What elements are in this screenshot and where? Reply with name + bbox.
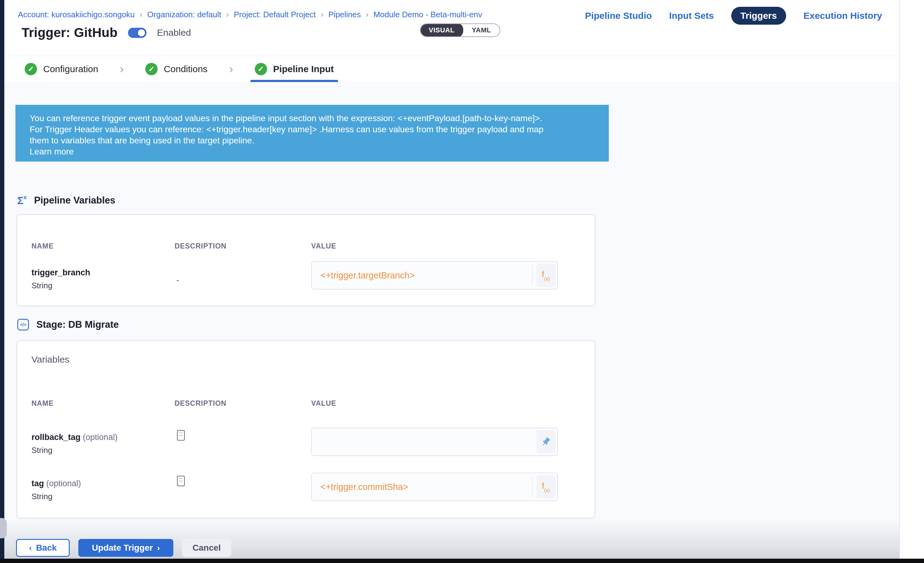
column-header-value: VALUE	[311, 242, 336, 250]
rail-handle[interactable]	[0, 518, 7, 538]
banner-line: You can reference trigger event payload …	[30, 113, 597, 124]
description-icon[interactable]	[177, 430, 185, 440]
back-button[interactable]: ‹ Back	[16, 539, 70, 557]
footer-actions: ‹ Back Update Trigger › Cancel	[16, 539, 231, 557]
optional-suffix: (optional)	[46, 479, 81, 488]
pipeline-nav: Pipeline Studio Input Sets Triggers Exec…	[585, 7, 882, 25]
info-banner: You can reference trigger event payload …	[15, 105, 609, 162]
learn-more-link[interactable]: Learn more	[30, 146, 597, 157]
column-header-description: DESCRIPTION	[174, 242, 226, 250]
variable-name: rollback_tag (optional)	[32, 433, 117, 442]
check-icon: ✓	[145, 63, 158, 75]
nav-pill-triggers[interactable]: Triggers	[731, 7, 786, 25]
fx-icon: f(x)	[542, 482, 550, 491]
tab-pipeline-input[interactable]: ✓ Pipeline Input	[250, 56, 338, 82]
content-right-border	[899, 0, 900, 559]
breadcrumb-separator: ›	[140, 10, 142, 19]
section-heading-label: Pipeline Variables	[34, 195, 116, 206]
variable-name: trigger_branch	[32, 268, 90, 277]
check-icon: ✓	[255, 63, 267, 75]
page-title: Trigger: GitHub	[22, 25, 117, 40]
variable-name: tag (optional)	[32, 479, 81, 488]
cancel-button[interactable]: Cancel	[182, 539, 231, 557]
nav-link-execution-history[interactable]: Execution History	[803, 10, 882, 21]
value-field[interactable]	[312, 262, 557, 289]
breadcrumb-separator: ›	[366, 10, 369, 19]
nav-link-pipeline-studio[interactable]: Pipeline Studio	[585, 10, 652, 21]
fx-icon: f(x)	[542, 270, 550, 280]
tab-configuration[interactable]: ✓ Configuration	[20, 56, 102, 82]
pin-button[interactable]	[536, 430, 555, 454]
variable-type: String	[32, 492, 52, 501]
breadcrumb-separator: ›	[226, 10, 229, 19]
section-heading-stage: </> Stage: DB Migrate	[17, 319, 119, 331]
visual-yaml-toggle: VISUAL YAML	[420, 24, 500, 37]
chevron-left-icon: ‹	[29, 543, 32, 553]
column-header-description: DESCRIPTION	[174, 399, 226, 407]
tab-label: Configuration	[43, 64, 98, 74]
tab-label: Pipeline Input	[273, 64, 334, 74]
tab-conditions[interactable]: ✓ Conditions	[141, 56, 212, 82]
breadcrumb-separator: ›	[321, 10, 324, 19]
value-field[interactable]	[312, 473, 557, 500]
stage-variables-card: Variables NAME DESCRIPTION VALUE rollbac…	[16, 340, 595, 518]
pipeline-variables-card: NAME DESCRIPTION VALUE trigger_branch St…	[16, 214, 595, 306]
nav-link-input-sets[interactable]: Input Sets	[669, 10, 714, 21]
bottom-bar	[0, 559, 924, 563]
check-icon: ✓	[25, 63, 37, 75]
tab-label: Conditions	[164, 64, 207, 74]
expression-fx-button[interactable]: f(x)	[536, 475, 555, 499]
breadcrumb-link-project[interactable]: Project: Default Project	[234, 10, 316, 19]
column-header-name: NAME	[32, 242, 54, 250]
value-input-tag: f(x)	[311, 473, 558, 501]
update-trigger-button[interactable]: Update Trigger ›	[78, 539, 173, 557]
breadcrumb-link-organization[interactable]: Organization: default	[147, 10, 221, 19]
input-divider	[532, 476, 532, 497]
value-input-rollback-tag	[311, 428, 558, 456]
mode-toggle-visual[interactable]: VISUAL	[420, 24, 463, 37]
value-input-trigger-branch: f(x)	[311, 261, 558, 289]
mode-toggle-yaml[interactable]: YAML	[463, 24, 500, 37]
toggle-knob	[137, 28, 146, 37]
column-header-name: NAME	[32, 399, 54, 407]
chevron-right-icon: ›	[212, 56, 250, 82]
chevron-right-icon: ›	[157, 543, 160, 553]
title-row: Trigger: GitHub Enabled	[22, 25, 191, 40]
chevron-right-icon: ›	[102, 56, 141, 82]
breadcrumb-link-pipelines[interactable]: Pipelines	[328, 10, 361, 19]
banner-line: them to variables that are being used in…	[30, 135, 597, 146]
stage-icon: </>	[17, 319, 29, 331]
variable-type: String	[32, 281, 52, 290]
variables-card-title: Variables	[32, 354, 69, 365]
input-divider	[532, 265, 532, 286]
description-icon[interactable]	[177, 476, 185, 486]
section-heading-pipeline-variables: Σx Pipeline Variables	[17, 195, 116, 206]
optional-suffix: (optional)	[83, 433, 118, 442]
wizard-tabbar: ✓ Configuration › ✓ Conditions › ✓ Pipel…	[4, 56, 899, 82]
page-header: Account: kurosakiichigo.songoku › Organi…	[4, 0, 899, 56]
section-heading-label: Stage: DB Migrate	[36, 319, 119, 330]
banner-line: For Trigger Header values you can refere…	[30, 124, 597, 135]
pipeline-input-panel: You can reference trigger event payload …	[4, 82, 899, 559]
left-rail	[0, 0, 4, 563]
column-header-value: VALUE	[311, 399, 336, 407]
enabled-label: Enabled	[157, 27, 191, 38]
variable-description: -	[176, 276, 179, 285]
expression-fx-button[interactable]: f(x)	[536, 264, 555, 287]
breadcrumb: Account: kurosakiichigo.songoku › Organi…	[18, 10, 482, 19]
breadcrumb-link-account[interactable]: Account: kurosakiichigo.songoku	[18, 10, 135, 19]
breadcrumb-link-pipeline-name[interactable]: Module Demo - Beta-multi-env	[374, 10, 482, 19]
enabled-toggle[interactable]	[128, 28, 147, 38]
pin-icon	[541, 437, 551, 447]
value-field[interactable]	[312, 428, 557, 455]
pipeline-variables-icon: Σx	[17, 195, 27, 206]
variable-type: String	[32, 446, 52, 455]
